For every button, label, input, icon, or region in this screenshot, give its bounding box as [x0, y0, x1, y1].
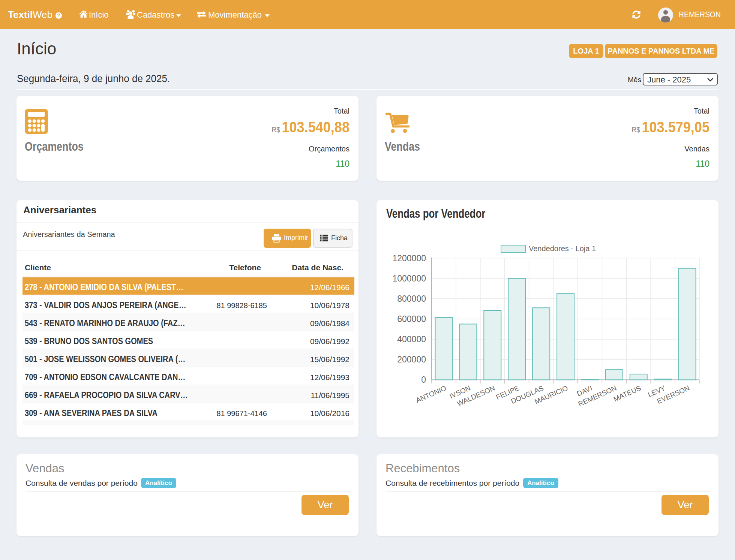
svg-text:800000: 800000: [397, 294, 426, 304]
svg-text:MATEUS: MATEUS: [612, 384, 642, 403]
svg-text:600000: 600000: [397, 314, 426, 324]
svg-text:0: 0: [421, 375, 426, 385]
svg-text:1000000: 1000000: [392, 274, 426, 283]
svg-text:200000: 200000: [397, 355, 426, 364]
svg-text:Vendedores - Loja 1: Vendedores - Loja 1: [529, 244, 596, 253]
svg-text:1200000: 1200000: [392, 253, 426, 263]
svg-text:ANTONIO: ANTONIO: [415, 384, 447, 404]
svg-text:400000: 400000: [397, 334, 426, 344]
